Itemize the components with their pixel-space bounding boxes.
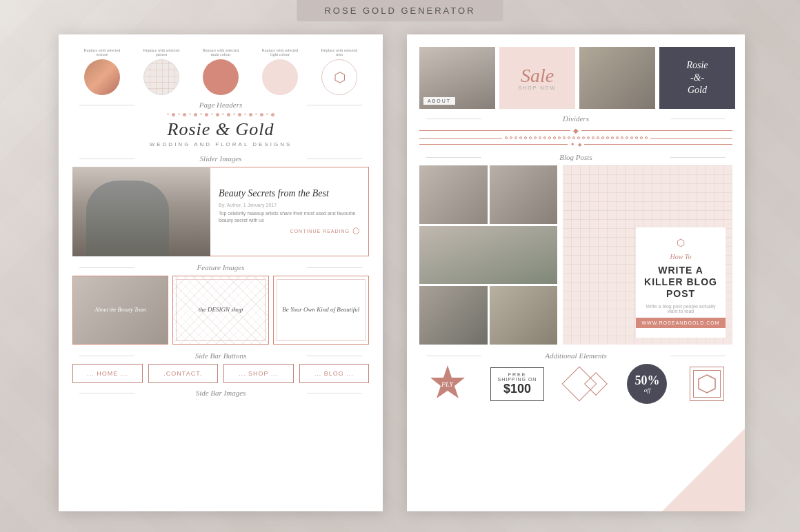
dot <box>510 136 512 139</box>
blog-pattern-bg: ⬡ How To WRITE A KILLER BLOG POST Write … <box>563 165 732 345</box>
swatch-circle-pattern <box>143 59 179 95</box>
feature-grid: About the Beauty Team the DESIGN shop Be… <box>72 276 369 345</box>
dot <box>635 136 638 139</box>
section-dividers: Dividers <box>419 114 732 123</box>
feature-item-design: the DESIGN shop <box>172 276 268 345</box>
blog-url: WWW.ROSEANDGOLD.COM <box>636 318 725 328</box>
geo-outline-box <box>690 367 724 401</box>
dot <box>524 136 527 139</box>
sale-sub: SHOP NOW <box>519 85 557 90</box>
divider-line-2 <box>419 136 732 139</box>
blog-how-to: How To <box>670 253 691 260</box>
about-label: ABOUT <box>423 97 455 105</box>
dot <box>587 136 590 139</box>
svg-marker-1 <box>699 375 715 393</box>
section-sidebar-images: Side Bar Images <box>72 389 369 397</box>
swatch-circle-main <box>203 59 239 95</box>
div-line-r3 <box>584 144 732 145</box>
section-additional: Additional Elements <box>419 351 732 360</box>
blog-photo-3 <box>419 286 488 345</box>
dot <box>266 113 268 115</box>
dot <box>167 113 169 115</box>
header-images-row: ABOUT Sale SHOP NOW Rosie-&-Gold <box>419 47 732 109</box>
additional-section: PLY FREE SHIPPING ON $100 50% off <box>419 364 732 404</box>
dot <box>505 136 508 139</box>
dot <box>227 113 230 116</box>
blog-description: Write a blog post people actually want t… <box>643 304 719 314</box>
brand-subtitle: WEDDING AND FLORAL DESIGNS <box>72 141 369 147</box>
page-title: ROSE GOLD GENERATOR <box>297 0 503 21</box>
div-line-l3 <box>419 144 568 145</box>
blog-photo-4 <box>490 286 558 345</box>
slider-photo <box>72 167 210 256</box>
dot <box>238 113 241 116</box>
swatch-pattern: Replace with selected pattern <box>141 48 182 95</box>
shipping-text: SHIPPING ON <box>498 377 537 382</box>
blog-photo-1 <box>419 165 488 224</box>
diamond-icon-2: ◆ <box>578 142 581 147</box>
dot <box>626 136 628 139</box>
dot <box>553 136 556 139</box>
feature-item-beautiful: Be Your Own Kind of Beautiful <box>273 276 369 345</box>
blog-grid <box>419 165 557 345</box>
blog-photo-2 <box>490 165 558 224</box>
hi-brand-box: Rosie-&-Gold <box>659 47 735 109</box>
page-header-area: Rosie & Gold WEDDING AND FLORAL DESIGNS <box>72 113 369 147</box>
hi-photo-about: ABOUT <box>419 47 495 109</box>
sidebar-btn-shop[interactable]: ... SHOP ... <box>223 364 294 383</box>
dot <box>529 136 532 139</box>
sidebar-btn-home[interactable]: ... HOME ... <box>72 364 143 383</box>
swatches-row: Replace with selected texture Replace wi… <box>72 48 369 95</box>
section-sidebar-buttons: Side Bar Buttons <box>72 351 369 360</box>
dot <box>563 136 566 139</box>
swatch-circle-hex: ⬡ <box>321 59 357 95</box>
dot <box>222 113 224 115</box>
hi-sale: Sale SHOP NOW <box>499 47 575 109</box>
free-text: FREE <box>498 372 537 377</box>
dot <box>568 136 570 139</box>
section-blog-posts: Blog Posts <box>419 153 732 161</box>
dot <box>621 136 623 139</box>
slider-text: Top celebrity makeup artists share their… <box>219 210 360 224</box>
dot <box>539 136 541 139</box>
hex-icon: ⬡ <box>352 226 360 236</box>
x-decoration: ✦ <box>570 141 575 147</box>
dot <box>514 136 517 139</box>
divider-line-left <box>419 130 570 131</box>
dot <box>255 113 257 115</box>
pty-badge-container: PLY <box>428 364 468 404</box>
dot <box>582 136 585 139</box>
pty-label: PLY <box>441 380 453 388</box>
dot <box>178 113 180 115</box>
slider-silhouette <box>86 181 169 256</box>
slider-meta: By: Author, 1 January 2017 <box>219 203 360 207</box>
hex-icon-blog: ⬡ <box>677 237 685 249</box>
dot <box>630 136 633 139</box>
sidebar-btn-blog[interactable]: ... BLOG ... <box>299 364 370 383</box>
dot <box>606 136 609 139</box>
hi-brand-text: Rosie-&-Gold <box>686 59 708 97</box>
dot <box>233 113 235 115</box>
dot <box>543 136 546 139</box>
dot <box>260 113 263 116</box>
dot <box>572 136 575 139</box>
hi-photo-2 <box>579 47 655 109</box>
diamond-icon: ◆ <box>573 127 579 134</box>
percent-badge: 50% off <box>627 364 667 404</box>
swatch-circle-light <box>262 59 298 95</box>
dividers-section: ◆ <box>419 127 732 147</box>
dot <box>640 136 643 139</box>
dot <box>183 113 186 116</box>
dot <box>592 136 594 139</box>
dot <box>534 136 537 139</box>
free-shipping-box: FREE SHIPPING ON $100 <box>490 367 545 401</box>
dot <box>616 136 619 139</box>
div-dots <box>505 136 648 139</box>
geo-outline-inner <box>690 367 723 400</box>
sidebar-btn-contact[interactable]: .CONTACT. <box>148 364 219 383</box>
divider-line-3: ✦ ◆ <box>419 141 732 147</box>
dot <box>548 136 551 139</box>
percent-off: off <box>644 387 651 393</box>
divider-line-right2 <box>650 138 733 139</box>
dot <box>597 136 599 139</box>
